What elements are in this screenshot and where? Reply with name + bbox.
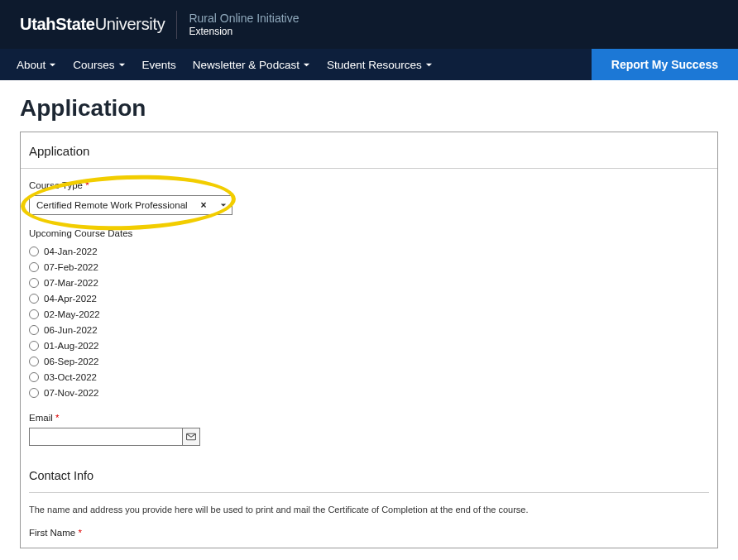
upcoming-dates-label: Upcoming Course Dates <box>29 228 709 238</box>
top-header: UtahStateUniversity Rural Online Initiat… <box>0 0 738 49</box>
course-type-value: Certified Remote Work Professional <box>36 200 188 210</box>
form-scroll-area[interactable]: Application Course Type * Certified Remo… <box>21 132 717 548</box>
date-option[interactable]: 02-May-2022 <box>29 309 709 319</box>
date-radio[interactable] <box>29 388 39 398</box>
date-option[interactable]: 07-Mar-2022 <box>29 278 709 288</box>
chevron-down-icon <box>118 59 126 71</box>
first-name-label: First Name * <box>29 528 709 538</box>
chevron-down-icon <box>49 59 56 71</box>
date-option[interactable]: 06-Jun-2022 <box>29 325 709 335</box>
nav-bar: About Courses Events Newsletter & Podcas… <box>0 49 738 80</box>
nav-events[interactable]: Events <box>142 59 176 71</box>
date-radio[interactable] <box>29 357 39 366</box>
email-field[interactable] <box>29 428 182 446</box>
date-option[interactable]: 07-Nov-2022 <box>29 388 709 398</box>
date-radio[interactable] <box>29 341 39 351</box>
required-asterisk: * <box>78 528 81 538</box>
nav-about[interactable]: About <box>17 59 56 71</box>
report-success-button[interactable]: Report My Success <box>592 49 738 80</box>
university-logo[interactable]: UtahStateUniversity <box>20 15 165 34</box>
date-option[interactable]: 06-Sep-2022 <box>29 357 709 366</box>
date-option[interactable]: 01-Aug-2022 <box>29 341 709 351</box>
header-divider <box>176 11 177 39</box>
date-radio[interactable] <box>29 278 39 288</box>
date-radio[interactable] <box>29 309 39 319</box>
date-option[interactable]: 03-Oct-2022 <box>29 372 709 382</box>
nav-courses[interactable]: Courses <box>73 59 125 71</box>
required-asterisk: * <box>85 180 89 190</box>
caret-down-icon <box>220 200 227 210</box>
nav-newsletter[interactable]: Newsletter & Podcast <box>193 59 310 71</box>
nav-items: About Courses Events Newsletter & Podcas… <box>0 49 592 80</box>
date-option[interactable]: 07-Feb-2022 <box>29 262 709 272</box>
site-subtitle[interactable]: Rural Online Initiative Extension <box>189 12 299 37</box>
clear-icon[interactable]: × <box>199 199 208 211</box>
form-section-title: Application <box>21 132 717 169</box>
date-radio[interactable] <box>29 372 39 382</box>
date-radio[interactable] <box>29 294 39 304</box>
date-option[interactable]: 04-Jan-2022 <box>29 246 709 256</box>
course-type-label: Course Type * <box>29 180 709 190</box>
date-radio[interactable] <box>29 262 39 272</box>
envelope-icon <box>186 433 196 441</box>
email-icon-button[interactable] <box>182 428 200 446</box>
required-asterisk: * <box>55 413 59 423</box>
chevron-down-icon <box>303 59 310 71</box>
date-radio[interactable] <box>29 325 39 335</box>
date-option[interactable]: 04-Apr-2022 <box>29 294 709 304</box>
dates-radio-group: 04-Jan-2022 07-Feb-2022 07-Mar-2022 04-A… <box>29 246 709 398</box>
email-label: Email * <box>29 413 709 423</box>
contact-info-heading: Contact Info <box>29 459 709 493</box>
chevron-down-icon <box>425 59 433 71</box>
page-title: Application <box>0 80 738 130</box>
course-type-select[interactable]: Certified Remote Work Professional × <box>29 195 232 215</box>
date-radio[interactable] <box>29 246 39 256</box>
nav-student-resources[interactable]: Student Resources <box>327 59 433 71</box>
form-container: Application Course Type * Certified Remo… <box>20 132 718 548</box>
contact-helper-text: The name and address you provide here wi… <box>29 505 709 515</box>
